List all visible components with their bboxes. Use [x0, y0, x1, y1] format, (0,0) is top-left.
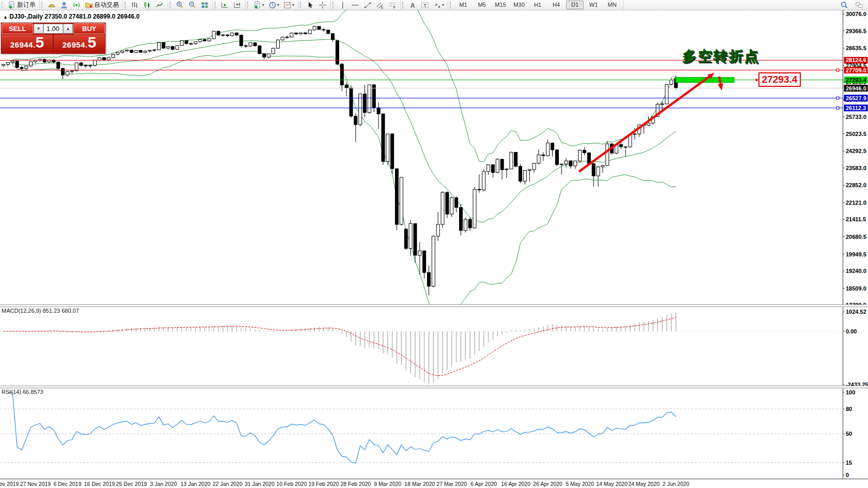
toolbar-cursor-button[interactable]: [304, 0, 316, 10]
toolbar-text-label-button[interactable]: T: [419, 0, 431, 10]
toolbar-community-button[interactable]: [58, 0, 70, 10]
toolbar-grip[interactable]: [332, 2, 336, 8]
toolbar-grip[interactable]: [402, 2, 405, 8]
bollinger-band-upper[interactable]: [12, 10, 676, 162]
toolbar-grip[interactable]: [450, 2, 453, 8]
timeframe-M5-button[interactable]: M5: [473, 1, 491, 9]
date-label: 18 Mar 2020: [404, 481, 435, 487]
toolbar-zoom-out-button[interactable]: [187, 0, 198, 10]
toolbar-periods-button[interactable]: ▾: [267, 0, 281, 10]
toolbar-chat-button[interactable]: [854, 0, 865, 10]
toolbar-grip[interactable]: [215, 2, 218, 8]
toolbar-chart-bars-button[interactable]: [129, 0, 141, 10]
toolbar-grip[interactable]: [170, 2, 173, 8]
toolbar-search-button[interactable]: [839, 0, 850, 10]
buy-button[interactable]: BUY: [73, 23, 105, 34]
toolbar-auto-scroll-button[interactable]: [219, 0, 231, 10]
toolbar-group: [168, 0, 213, 10]
toolbar-templates-button[interactable]: ▾: [282, 0, 296, 10]
dropdown-caret-icon[interactable]: ▾: [262, 3, 264, 7]
bollinger-band-middle[interactable]: [12, 39, 676, 222]
volume-input[interactable]: 1.00: [43, 24, 63, 34]
timeframe-H4-button[interactable]: H4: [547, 1, 565, 9]
panel-splitter[interactable]: [0, 304, 868, 307]
toolbar-quotes-button[interactable]: [46, 0, 57, 10]
date-label: 9 Mar 2020: [374, 481, 401, 487]
dropdown-caret-icon[interactable]: ▾: [442, 3, 444, 7]
date-label: 2 Jun 2020: [662, 481, 689, 487]
toolbar-signals-button[interactable]: [71, 0, 82, 10]
turning-point-annotation[interactable]: 多空转折点: [682, 49, 760, 64]
dropdown-caret-icon[interactable]: ▾: [277, 3, 279, 7]
dropdown-caret-icon[interactable]: ▾: [292, 3, 294, 7]
panel-splitter[interactable]: [0, 386, 868, 388]
toolbar-grip[interactable]: [41, 2, 44, 8]
date-label: 6 Apr 2020: [470, 481, 497, 487]
timeframe-M15-button[interactable]: M15: [492, 1, 509, 9]
toolbar-crosshair-button[interactable]: [317, 0, 328, 10]
price-tick-label: 29366.5: [846, 28, 866, 34]
buy-price-main: 26954.: [63, 40, 88, 49]
toolbar-arrows-button[interactable]: ▾: [432, 0, 446, 10]
toolbar: 新订单自动交易▾▾▾EFAT▾M1M5M15M30H1H4D1W1MN: [0, 0, 868, 10]
toolbar-autotrading-button[interactable]: 自动交易: [83, 0, 120, 10]
trend-arrow[interactable]: [579, 75, 711, 172]
toolbar-chart-line-button[interactable]: [154, 0, 165, 10]
person-icon: [60, 1, 68, 9]
price-badge-26527.9: 26527.9: [846, 95, 866, 101]
toolbar-tile-windows-button[interactable]: [199, 0, 210, 10]
price-tick-label: 19240.0: [846, 268, 866, 274]
price-badge-26112.3: 26112.3: [846, 105, 866, 111]
rsi-line: [8, 392, 676, 463]
rsi-scale-label: 0: [846, 472, 849, 478]
timeframe-M30-button[interactable]: M30: [510, 1, 528, 9]
date-label: 18 Nov 2019: [0, 481, 19, 487]
toolbar-chart-candles-button[interactable]: [142, 0, 153, 10]
price-tick-label: 25733.0: [846, 114, 866, 120]
timeframe-M1-button[interactable]: M1: [454, 1, 472, 9]
sell-price[interactable]: 26944. 5: [2, 35, 53, 53]
toolbar-grip[interactable]: [2, 2, 5, 8]
toolbar-equidistant-channel-button[interactable]: E: [374, 0, 386, 10]
toolbar-grip[interactable]: [300, 2, 303, 8]
bollinger-band-lower[interactable]: [12, 51, 676, 306]
rsi-scale-label: 100: [846, 389, 855, 395]
volume-down-button[interactable]: ▼: [34, 24, 43, 34]
macd-panel[interactable]: 1024.520.00-2433.25: [0, 306, 868, 387]
ohlc-values: 27350.0 27481.0 26899.0 26946.0: [44, 13, 140, 20]
buy-price[interactable]: 26954. 5: [54, 35, 105, 53]
price-tick-label: 25023.5: [846, 131, 866, 137]
rsi-panel[interactable]: 1008050150: [0, 387, 868, 479]
timeframe-group: M1M5M15M30H1H4D1W1MN: [448, 0, 623, 10]
one-click-collapse-icon[interactable]: ▲: [3, 14, 8, 20]
date-label: 13 Jan 2020: [180, 481, 210, 487]
toolbar-text-button[interactable]: A: [407, 0, 418, 10]
timeframe-H1-button[interactable]: H1: [529, 1, 546, 9]
main-price-chart[interactable]: 30076.029366.528635.527904.527195.026464…: [0, 10, 868, 306]
toolbar-vertical-line-button[interactable]: [337, 0, 348, 10]
autotrading-icon: [85, 1, 93, 9]
timeframe-D1-button[interactable]: D1: [566, 1, 584, 9]
fibo-icon: F: [388, 1, 397, 9]
toolbar-horizontal-line-button[interactable]: [349, 0, 361, 10]
new-order-icon: [253, 1, 262, 9]
toolbar-chart-shift-button[interactable]: [232, 0, 243, 10]
sell-button[interactable]: SELL: [2, 23, 33, 34]
toolbar-grip[interactable]: [247, 2, 250, 8]
timeframe-MN-button[interactable]: MN: [603, 1, 621, 9]
timeframe-W1-button[interactable]: W1: [585, 1, 602, 9]
toolbar-group: 自动交易: [40, 0, 123, 10]
toolbar-grip[interactable]: [125, 2, 128, 8]
rsi-scale-label: 15: [846, 460, 852, 466]
toolbar-fibonacci-button[interactable]: F: [387, 0, 398, 10]
date-label: 31 Jan 2020: [245, 481, 275, 487]
volume-up-button[interactable]: ▲: [63, 24, 73, 34]
toolbar-new-chart-button[interactable]: ▾: [252, 0, 266, 10]
date-label: 24 May 2020: [628, 481, 660, 487]
signal-icon: [72, 1, 81, 9]
date-label: 16 Apr 2020: [501, 481, 530, 487]
date-label: 5 May 2020: [566, 481, 594, 487]
toolbar-zoom-in-button[interactable]: [174, 0, 186, 10]
toolbar-trendline-button[interactable]: [362, 0, 373, 10]
toolbar-new-order-button[interactable]: 新订单: [6, 0, 37, 10]
